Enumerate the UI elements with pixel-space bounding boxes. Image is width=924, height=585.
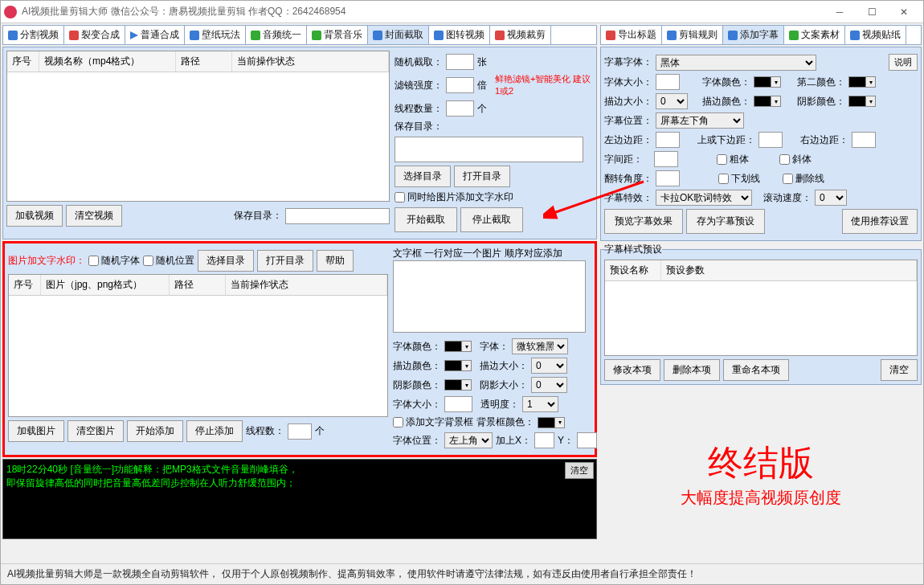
wm-shadow-size-select[interactable]: 0	[531, 377, 567, 393]
start-capture-button[interactable]: 开始截取	[395, 207, 457, 232]
wm-font-color-picker[interactable]: ▾	[444, 341, 472, 352]
wm-stroke-size-select[interactable]: 0	[531, 358, 567, 374]
sub-mt-input[interactable]	[758, 132, 783, 148]
save-dir-input[interactable]	[285, 208, 390, 224]
preset-ren-button[interactable]: 重命名本项	[723, 359, 789, 381]
rand-pos-check[interactable]: 随机位置	[143, 254, 194, 268]
left-tabbar: 分割视频 裂变合成 普通合成 壁纸玩法 音频统一 背景音乐 封面截取 图转视频 …	[2, 25, 597, 45]
tab-rules[interactable]: 剪辑规则	[662, 26, 723, 44]
wm-shadow-color-picker[interactable]: ▾	[444, 379, 472, 391]
right-tabbar: 导出标题 剪辑规则 添加字幕 文案素材 视频贴纸	[600, 25, 922, 45]
rand-cap-label: 随机截取：	[395, 55, 443, 69]
load-image-button[interactable]: 加载图片	[8, 420, 64, 442]
preset-clear-button[interactable]: 清空	[881, 359, 918, 381]
preset-del-button[interactable]: 删除本项	[664, 359, 720, 381]
preset-table[interactable]: 预设名称 预设参数	[604, 260, 918, 356]
preset-fieldset: 字幕样式预设 预设名称 预设参数 修改本项 删除本项 重命名本项 清空	[600, 243, 922, 385]
tab-export-title[interactable]: 导出标题	[601, 26, 662, 44]
cover-savedir-input[interactable]	[395, 137, 583, 162]
stop-add-button[interactable]: 停止添加	[186, 420, 243, 442]
sub-spacing-input[interactable]	[654, 151, 678, 167]
tab-wallpaper[interactable]: 壁纸玩法	[185, 26, 246, 44]
tab-cover[interactable]: 封面截取	[368, 26, 429, 44]
music-icon	[312, 31, 321, 40]
preset-legend: 字幕样式预设	[604, 243, 662, 256]
minimize-button[interactable]: ─	[824, 2, 856, 22]
threads-input[interactable]	[446, 100, 474, 117]
wm-open-dir-button[interactable]: 打开目录	[257, 250, 313, 272]
wm-help-button[interactable]: 帮助	[317, 250, 354, 272]
sub-mr-input[interactable]	[852, 132, 876, 148]
cover-icon	[373, 31, 382, 40]
sub-font-select[interactable]: 黑体	[656, 55, 816, 71]
cover-open-dir-button[interactable]: 打开目录	[454, 166, 510, 187]
italic-check[interactable]: 斜体	[779, 153, 812, 166]
use-rec-button[interactable]: 使用推荐设置	[842, 209, 918, 234]
tab-sticker[interactable]: 视频贴纸	[845, 26, 906, 44]
split-icon	[8, 31, 18, 40]
bold-check[interactable]: 粗体	[717, 153, 749, 166]
tab-split[interactable]: 分割视频	[3, 26, 64, 44]
save-preset-button[interactable]: 存为字幕预设	[686, 209, 765, 234]
titlebar: AI视频批量剪辑大师 微信公众号：唐易视频批量剪辑 作者QQ：264246895…	[1, 1, 923, 23]
wm-stroke-color-picker[interactable]: ▾	[444, 360, 472, 371]
sub-fx-select[interactable]: 卡拉OK歌词特效	[656, 190, 752, 206]
th-status: 当前操作状态	[232, 51, 389, 72]
tab-copy[interactable]: 文案素材	[784, 26, 845, 44]
sub-color-picker[interactable]: ▾	[754, 76, 781, 88]
preview-sub-button[interactable]: 预览字幕效果	[604, 209, 683, 234]
sub-shadow-color-picker[interactable]: ▾	[848, 96, 876, 107]
video-table-body[interactable]	[7, 72, 389, 201]
wm-opacity-select[interactable]: 1	[522, 396, 558, 412]
sub-pos-select[interactable]: 屏幕左下角	[656, 112, 744, 129]
wm-addy-input[interactable]	[577, 432, 597, 448]
tab-subtitle[interactable]: 添加字幕	[723, 26, 784, 44]
filter-input[interactable]	[446, 77, 474, 93]
sub-angle-input[interactable]	[656, 170, 680, 186]
tab-audio[interactable]: 音频统一	[246, 26, 307, 44]
start-add-button[interactable]: 开始添加	[127, 420, 183, 442]
tab-fission[interactable]: 裂变合成	[64, 26, 125, 44]
wm-threads-input[interactable]	[288, 423, 312, 440]
clear-image-button[interactable]: 清空图片	[67, 420, 124, 442]
export-icon	[606, 31, 615, 40]
wm-addx-input[interactable]	[534, 432, 554, 448]
tab-merge[interactable]: 普通合成	[125, 26, 185, 44]
tab-img2vid[interactable]: 图转视频	[429, 26, 490, 44]
explain-button[interactable]: 说明	[889, 54, 918, 71]
rand-cap-input[interactable]	[446, 54, 474, 70]
sub-size-input[interactable]	[656, 74, 680, 90]
wm-pos-select[interactable]: 左上角	[444, 432, 493, 448]
image-table-body[interactable]	[9, 296, 387, 416]
sub-stroke-color-picker[interactable]: ▾	[754, 96, 781, 107]
textbox-title: 文字框 一行对应一个图片 顺序对应添加	[393, 247, 591, 260]
underline-check[interactable]: 下划线	[718, 172, 760, 186]
strike-check[interactable]: 删除线	[783, 172, 824, 186]
load-video-button[interactable]: 加载视频	[6, 205, 63, 227]
rand-font-check[interactable]: 随机字体	[88, 254, 140, 268]
sub-ml-input[interactable]	[656, 132, 680, 148]
sub-stroke-select[interactable]: 0	[656, 93, 688, 109]
th-name: 视频名称（mp4格式）	[39, 51, 176, 72]
sub-speed-select[interactable]: 0	[815, 190, 847, 206]
cover-select-dir-button[interactable]: 选择目录	[395, 166, 451, 187]
tab-crop[interactable]: 视频裁剪	[490, 26, 551, 44]
maximize-button[interactable]: ☐	[856, 2, 888, 22]
log-clear-button[interactable]: 清空	[565, 462, 594, 479]
wm-title: 图片加文字水印：	[8, 254, 85, 268]
wm-bg-color-picker[interactable]: ▾	[538, 417, 565, 428]
wm-text-input[interactable]	[393, 260, 586, 333]
wm-font-size-input[interactable]	[444, 396, 472, 412]
copy-icon	[789, 31, 799, 40]
wm-select-dir-button[interactable]: 选择目录	[198, 250, 254, 272]
stop-capture-button[interactable]: 停止截取	[460, 207, 523, 232]
watermark-checkbox[interactable]: 同时给图片添加文字水印	[395, 190, 513, 204]
wm-font-select[interactable]: 微软雅黑	[512, 338, 568, 354]
add-bg-check[interactable]: 添加文字背景框	[393, 415, 473, 429]
clear-video-button[interactable]: 清空视频	[66, 205, 122, 227]
close-button[interactable]: ✕	[888, 2, 920, 22]
preset-mod-button[interactable]: 修改本项	[604, 359, 660, 381]
th-path: 路径	[176, 51, 232, 72]
sub-color2-picker[interactable]: ▾	[848, 76, 876, 88]
tab-bgm[interactable]: 背景音乐	[307, 26, 368, 44]
